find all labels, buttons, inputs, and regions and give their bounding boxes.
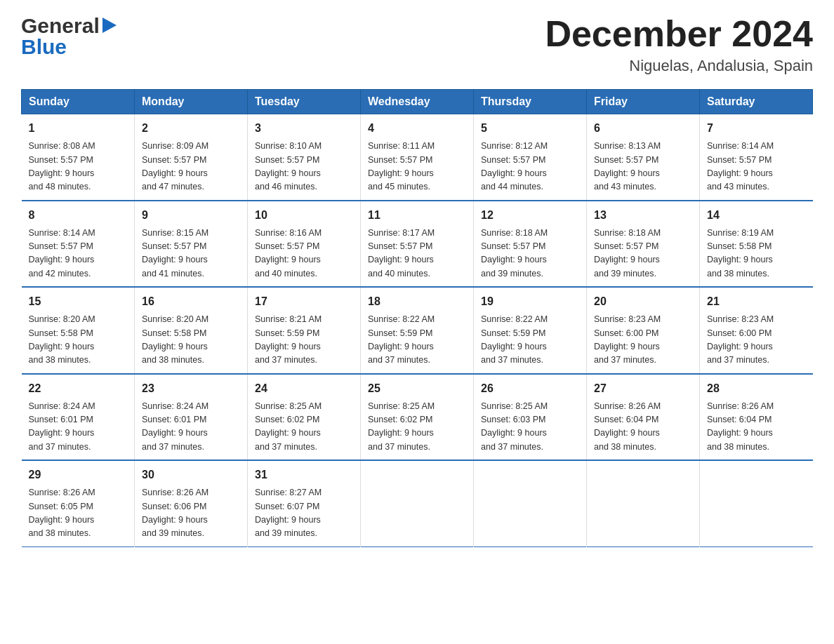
table-row: 7Sunrise: 8:14 AMSunset: 5:57 PMDaylight… [700, 114, 813, 201]
logo: General Blue [21, 14, 117, 59]
table-row: 20Sunrise: 8:23 AMSunset: 6:00 PMDayligh… [587, 287, 700, 374]
calendar-week-row: 22Sunrise: 8:24 AMSunset: 6:01 PMDayligh… [22, 374, 813, 461]
calendar-header-row: Sunday Monday Tuesday Wednesday Thursday… [22, 90, 813, 114]
day-number: 11 [368, 207, 466, 224]
day-number: 2 [142, 120, 240, 137]
table-row: 16Sunrise: 8:20 AMSunset: 5:58 PMDayligh… [135, 287, 248, 374]
day-number: 7 [707, 120, 806, 137]
day-number: 3 [255, 120, 353, 137]
day-number: 20 [594, 293, 692, 310]
day-number: 13 [594, 207, 692, 224]
day-number: 14 [707, 207, 806, 224]
day-info: Sunrise: 8:13 AMSunset: 5:57 PMDaylight:… [594, 140, 692, 194]
day-info: Sunrise: 8:26 AMSunset: 6:04 PMDaylight:… [707, 400, 806, 455]
table-row: 30Sunrise: 8:26 AMSunset: 6:06 PMDayligh… [135, 460, 248, 546]
table-row: 24Sunrise: 8:25 AMSunset: 6:02 PMDayligh… [248, 374, 361, 461]
calendar-week-row: 8Sunrise: 8:14 AMSunset: 5:57 PMDaylight… [22, 201, 813, 288]
day-number: 27 [594, 380, 692, 397]
day-number: 10 [255, 207, 353, 224]
day-info: Sunrise: 8:21 AMSunset: 5:59 PMDaylight:… [255, 313, 353, 368]
table-row: 11Sunrise: 8:17 AMSunset: 5:57 PMDayligh… [361, 201, 474, 288]
table-row: 28Sunrise: 8:26 AMSunset: 6:04 PMDayligh… [700, 374, 813, 461]
month-title: December 2024 [545, 14, 813, 54]
day-info: Sunrise: 8:24 AMSunset: 6:01 PMDaylight:… [29, 400, 128, 455]
day-info: Sunrise: 8:26 AMSunset: 6:05 PMDaylight:… [29, 486, 128, 541]
day-info: Sunrise: 8:18 AMSunset: 5:57 PMDaylight:… [481, 227, 579, 281]
day-info: Sunrise: 8:23 AMSunset: 6:00 PMDaylight:… [707, 313, 806, 368]
table-row: 2Sunrise: 8:09 AMSunset: 5:57 PMDaylight… [135, 114, 248, 201]
day-info: Sunrise: 8:20 AMSunset: 5:58 PMDaylight:… [29, 313, 128, 368]
table-row: 31Sunrise: 8:27 AMSunset: 6:07 PMDayligh… [248, 460, 361, 546]
location-subtitle: Niguelas, Andalusia, Spain [545, 57, 813, 75]
col-friday: Friday [587, 90, 700, 114]
day-info: Sunrise: 8:23 AMSunset: 6:00 PMDaylight:… [594, 313, 692, 368]
table-row: 25Sunrise: 8:25 AMSunset: 6:02 PMDayligh… [361, 374, 474, 461]
day-info: Sunrise: 8:25 AMSunset: 6:03 PMDaylight:… [481, 400, 579, 455]
table-row: 22Sunrise: 8:24 AMSunset: 6:01 PMDayligh… [22, 374, 135, 461]
table-row: 8Sunrise: 8:14 AMSunset: 5:57 PMDaylight… [22, 201, 135, 288]
day-info: Sunrise: 8:18 AMSunset: 5:57 PMDaylight:… [594, 227, 692, 281]
table-row [700, 460, 813, 546]
svg-marker-0 [102, 18, 117, 33]
day-number: 30 [142, 467, 240, 483]
day-number: 17 [255, 293, 353, 310]
day-number: 16 [142, 293, 240, 310]
table-row: 27Sunrise: 8:26 AMSunset: 6:04 PMDayligh… [587, 374, 700, 461]
table-row: 9Sunrise: 8:15 AMSunset: 5:57 PMDaylight… [135, 201, 248, 288]
day-number: 5 [481, 120, 579, 137]
table-row: 12Sunrise: 8:18 AMSunset: 5:57 PMDayligh… [474, 201, 587, 288]
day-number: 24 [255, 380, 353, 397]
day-number: 25 [368, 380, 466, 397]
day-info: Sunrise: 8:19 AMSunset: 5:58 PMDaylight:… [707, 227, 806, 281]
col-monday: Monday [135, 90, 248, 114]
page-header: General Blue December 2024 Niguelas, And… [21, 14, 813, 75]
table-row: 26Sunrise: 8:25 AMSunset: 6:03 PMDayligh… [474, 374, 587, 461]
title-section: December 2024 Niguelas, Andalusia, Spain [545, 14, 813, 75]
table-row: 6Sunrise: 8:13 AMSunset: 5:57 PMDaylight… [587, 114, 700, 201]
day-number: 22 [29, 380, 128, 397]
calendar-week-row: 29Sunrise: 8:26 AMSunset: 6:05 PMDayligh… [22, 460, 813, 546]
logo-general-text: General [21, 14, 100, 38]
calendar-week-row: 1Sunrise: 8:08 AMSunset: 5:57 PMDaylight… [22, 114, 813, 201]
day-number: 26 [481, 380, 579, 397]
day-number: 4 [368, 120, 466, 137]
table-row: 14Sunrise: 8:19 AMSunset: 5:58 PMDayligh… [700, 201, 813, 288]
day-info: Sunrise: 8:14 AMSunset: 5:57 PMDaylight:… [707, 140, 806, 194]
table-row: 3Sunrise: 8:10 AMSunset: 5:57 PMDaylight… [248, 114, 361, 201]
day-info: Sunrise: 8:08 AMSunset: 5:57 PMDaylight:… [29, 140, 128, 194]
day-info: Sunrise: 8:17 AMSunset: 5:57 PMDaylight:… [368, 227, 466, 281]
day-info: Sunrise: 8:11 AMSunset: 5:57 PMDaylight:… [368, 140, 466, 194]
table-row: 15Sunrise: 8:20 AMSunset: 5:58 PMDayligh… [22, 287, 135, 374]
table-row: 23Sunrise: 8:24 AMSunset: 6:01 PMDayligh… [135, 374, 248, 461]
day-number: 15 [29, 293, 128, 310]
day-info: Sunrise: 8:26 AMSunset: 6:04 PMDaylight:… [594, 400, 692, 455]
col-thursday: Thursday [474, 90, 587, 114]
day-info: Sunrise: 8:27 AMSunset: 6:07 PMDaylight:… [255, 486, 353, 541]
table-row [361, 460, 474, 546]
table-row: 13Sunrise: 8:18 AMSunset: 5:57 PMDayligh… [587, 201, 700, 288]
day-number: 23 [142, 380, 240, 397]
day-info: Sunrise: 8:10 AMSunset: 5:57 PMDaylight:… [255, 140, 353, 194]
table-row: 19Sunrise: 8:22 AMSunset: 5:59 PMDayligh… [474, 287, 587, 374]
logo-triangle-icon [102, 18, 117, 33]
table-row: 17Sunrise: 8:21 AMSunset: 5:59 PMDayligh… [248, 287, 361, 374]
day-number: 6 [594, 120, 692, 137]
table-row: 18Sunrise: 8:22 AMSunset: 5:59 PMDayligh… [361, 287, 474, 374]
table-row [474, 460, 587, 546]
table-row: 29Sunrise: 8:26 AMSunset: 6:05 PMDayligh… [22, 460, 135, 546]
col-wednesday: Wednesday [361, 90, 474, 114]
table-row: 5Sunrise: 8:12 AMSunset: 5:57 PMDaylight… [474, 114, 587, 201]
logo-blue-text: Blue [21, 35, 117, 59]
day-number: 12 [481, 207, 579, 224]
day-info: Sunrise: 8:12 AMSunset: 5:57 PMDaylight:… [481, 140, 579, 194]
day-number: 1 [29, 120, 128, 137]
day-info: Sunrise: 8:25 AMSunset: 6:02 PMDaylight:… [255, 400, 353, 455]
calendar-week-row: 15Sunrise: 8:20 AMSunset: 5:58 PMDayligh… [22, 287, 813, 374]
table-row: 10Sunrise: 8:16 AMSunset: 5:57 PMDayligh… [248, 201, 361, 288]
day-info: Sunrise: 8:15 AMSunset: 5:57 PMDaylight:… [142, 227, 240, 281]
table-row: 1Sunrise: 8:08 AMSunset: 5:57 PMDaylight… [22, 114, 135, 201]
table-row: 4Sunrise: 8:11 AMSunset: 5:57 PMDaylight… [361, 114, 474, 201]
day-info: Sunrise: 8:14 AMSunset: 5:57 PMDaylight:… [29, 227, 128, 281]
day-number: 31 [255, 467, 353, 483]
day-info: Sunrise: 8:24 AMSunset: 6:01 PMDaylight:… [142, 400, 240, 455]
